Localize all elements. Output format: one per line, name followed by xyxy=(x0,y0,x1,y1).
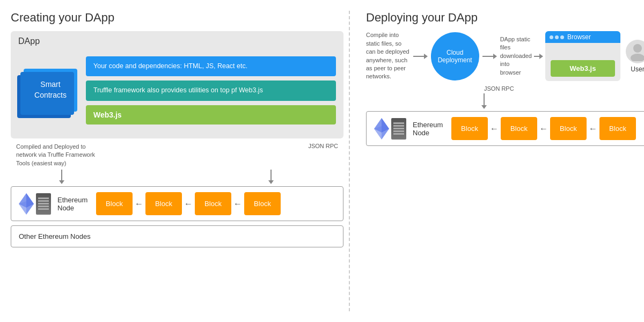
right-title: Deploying your DApp xyxy=(366,11,644,25)
block-3: Block xyxy=(195,192,231,215)
block-4: Block xyxy=(244,192,281,215)
block-r4: Block xyxy=(599,117,636,140)
evm-icon-right xyxy=(391,118,406,140)
block-arrow-r3: ← xyxy=(589,124,597,134)
svg-point-6 xyxy=(631,54,644,61)
evm-icon xyxy=(36,193,51,215)
block-arrow-2: ← xyxy=(184,199,193,209)
user-label: User xyxy=(631,65,644,73)
ethereum-node-box-left: EthereumNode Block ← Block ← Block ← Blo… xyxy=(11,186,343,221)
left-title: Creating your DApp xyxy=(11,11,343,25)
ethereum-icon xyxy=(19,193,34,215)
block-arrow-3: ← xyxy=(233,199,242,209)
browser-dots xyxy=(550,35,564,39)
smart-contract-card: SmartContracts xyxy=(24,69,77,111)
avatar-circle xyxy=(626,40,644,63)
eth-logo-right xyxy=(374,118,406,140)
block-1: Block xyxy=(96,192,133,215)
user-avatar: User xyxy=(626,40,644,73)
block-arrow-r1: ← xyxy=(490,124,499,134)
deploy-flow: Compile into static files, so can be dep… xyxy=(366,31,644,81)
below-dapp-labels: Compiled and Deployed to network via Tru… xyxy=(11,141,343,170)
web3-in-browser: Web3.js xyxy=(551,60,615,77)
json-rpc-right: JSON RPC xyxy=(484,85,514,92)
blocks-row-right: Block ← Block ← Block ← Block xyxy=(451,117,641,140)
ethereum-icon-right xyxy=(374,118,389,140)
svg-point-5 xyxy=(633,44,642,53)
dapp-static-text: DApp static files downloaded into browse… xyxy=(500,35,532,77)
block-arrow-1: ← xyxy=(135,199,143,209)
dapp-label: DApp xyxy=(18,36,40,46)
compiled-deployed-text: Compiled and Deployed to network via Tru… xyxy=(16,143,107,167)
smart-contracts-stack: SmartContracts xyxy=(24,69,77,111)
block-r3: Block xyxy=(550,117,587,140)
dapp-right-boxes: Your code and dependencies: HTML, JS, Re… xyxy=(86,56,336,125)
web3-box: Web3.js xyxy=(86,105,336,125)
cloud-deployment: CloudDeployment xyxy=(431,32,479,80)
other-nodes-label: Other Ethereum Nodes xyxy=(19,232,91,240)
compile-text: Compile into static files, so can be dep… xyxy=(366,31,410,80)
json-rpc-label: JSON RPC xyxy=(308,143,338,167)
block-2: Block xyxy=(145,192,182,215)
browser-label: Browser xyxy=(567,33,591,41)
code-box: Your code and dependencies: HTML, JS, Re… xyxy=(86,56,336,77)
eth-logo xyxy=(19,193,51,215)
user-icon xyxy=(628,42,644,61)
browser-title-bar: Browser xyxy=(545,31,620,43)
right-section: Deploying your DApp Compile into static … xyxy=(349,11,644,311)
ethereum-node-label-right: EthereumNode xyxy=(413,121,445,137)
block-r1: Block xyxy=(451,117,488,140)
blocks-row-left: Block ← Block ← Block ← Block xyxy=(96,192,335,215)
block-arrow-r2: ← xyxy=(539,124,548,134)
dapp-area: DApp SmartContracts Your code and depend… xyxy=(11,31,343,138)
ethereum-node-label-left: EthereumNode xyxy=(57,196,90,212)
truffle-box: Truffle framework also provides utilitie… xyxy=(86,80,336,101)
browser-box: Browser Web3.js xyxy=(545,31,620,81)
ethereum-node-box-right: EthereumNode Block ← Block ← Block ← Blo… xyxy=(366,111,644,146)
block-r2: Block xyxy=(501,117,537,140)
left-section: Creating your DApp DApp SmartContracts Y… xyxy=(11,11,343,311)
other-nodes-box: Other Ethereum Nodes xyxy=(11,225,343,247)
